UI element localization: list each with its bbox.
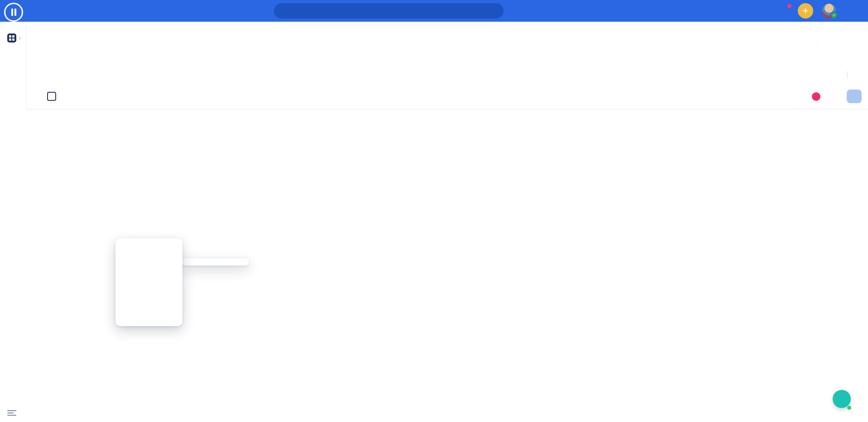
sidebar-toggle-icon[interactable] [7,33,16,43]
gantt-header-bar [35,67,862,82]
toolbar-right [809,90,862,103]
problems-badge[interactable] [812,92,820,101]
flag-icon[interactable] [745,6,755,16]
chat-bubble-button[interactable] [833,390,851,408]
notification-dot [787,4,791,8]
tasks-icon[interactable] [726,6,736,16]
user-icon[interactable] [708,6,718,16]
ai-assistant-icon[interactable] [689,6,699,16]
disable-notifications-checkbox[interactable] [47,92,56,101]
online-badge-icon: ✓ [830,12,838,19]
problems-indicator [809,92,820,101]
topbar-actions: + ✓ [689,0,863,22]
left-rail: › [0,22,26,422]
help-button[interactable] [782,6,789,16]
context-menu [115,238,182,326]
rail-menu-icon[interactable] [7,409,16,416]
app-logo-icon[interactable] [4,3,23,22]
global-search[interactable] [274,3,504,19]
avatar[interactable]: ✓ [822,4,836,18]
divider [847,71,848,78]
chat-status-dot [847,406,851,410]
top-bar: + ✓ [0,0,868,22]
app-window: + ✓ › [0,0,868,422]
breadcrumb [858,32,861,38]
save-button[interactable] [847,90,862,103]
gantt-toolbar [35,89,862,104]
select-dashboard-button[interactable] [35,0,40,22]
calendar-icon[interactable] [763,6,773,16]
rail-expand-icon[interactable]: › [19,35,21,41]
gantt-header-right [839,71,862,78]
apps-grid-icon[interactable] [854,6,863,16]
color-palette-submenu [182,258,249,266]
add-button[interactable]: + [798,3,813,19]
